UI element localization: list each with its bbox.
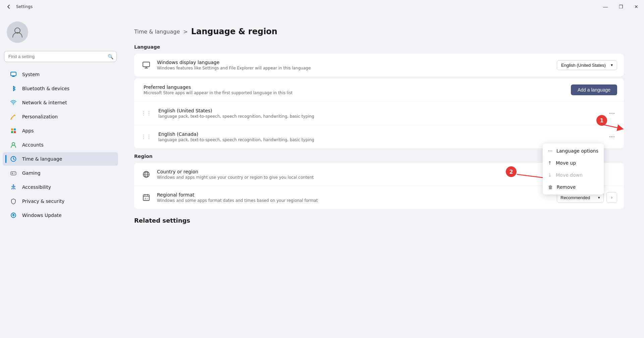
regional-format-title: Regional format — [157, 192, 551, 198]
back-button[interactable] — [4, 2, 13, 11]
sidebar-item-accessibility[interactable]: Accessibility — [3, 180, 118, 194]
language-row-en-us: ⋮⋮ English (United States) language pack… — [134, 102, 624, 125]
sidebar-item-label: Personalization — [22, 114, 58, 119]
sidebar-item-label: Bluetooth & devices — [22, 86, 69, 91]
dots-icon: ··· — [548, 148, 552, 154]
windows-display-subtitle: Windows features like Settings and File … — [157, 66, 551, 70]
app-title: Settings — [16, 4, 33, 9]
sidebar-item-privacy[interactable]: Privacy & security — [3, 194, 118, 208]
sidebar-item-system[interactable]: System — [3, 68, 118, 81]
en-ca-detail: language pack, text-to-speech, speech re… — [158, 137, 602, 142]
context-menu-move-up[interactable]: ↑ Move up — [543, 157, 604, 169]
titlebar: Settings — ❐ ✕ — [0, 0, 644, 13]
chevron-down-icon: ▾ — [598, 195, 600, 200]
context-menu-language-options[interactable]: ··· Language options — [543, 145, 604, 157]
trash-icon: 🗑 — [548, 184, 553, 190]
windows-display-language-text: Windows display language Windows feature… — [157, 60, 551, 70]
svg-rect-1 — [11, 72, 16, 76]
svg-rect-5 — [11, 131, 13, 133]
sidebar-item-bluetooth[interactable]: Bluetooth & devices — [3, 82, 118, 95]
add-language-button[interactable]: Add a language — [571, 84, 617, 95]
close-button[interactable]: ✕ — [629, 0, 644, 13]
preferred-languages-card: Preferred languages Microsoft Store apps… — [134, 78, 624, 148]
sidebar-item-apps[interactable]: Apps — [3, 124, 118, 137]
search-box: 🔍 — [4, 51, 117, 62]
drag-handle[interactable]: ⋮⋮ — [141, 110, 152, 116]
chevron-right-icon: › — [611, 195, 612, 200]
monitor-icon — [141, 60, 152, 70]
svg-point-7 — [12, 143, 15, 145]
down-arrow-icon: ↓ — [548, 172, 552, 178]
related-settings-title: Related settings — [134, 217, 624, 224]
update-icon — [9, 211, 17, 219]
breadcrumb-separator: > — [183, 29, 187, 35]
regional-format-text: Regional format Windows and some apps fo… — [157, 192, 551, 203]
context-menu-remove[interactable]: 🗑 Remove — [543, 181, 604, 193]
sidebar-item-windows-update[interactable]: Windows Update — [3, 209, 118, 222]
display-language-dropdown[interactable]: English (United States) ▾ — [557, 60, 617, 70]
windows-display-language-card: Windows display language Windows feature… — [134, 54, 624, 76]
network-icon — [9, 99, 17, 107]
en-ca-more-button[interactable]: ··· — [607, 131, 617, 142]
sidebar-item-network[interactable]: Network & internet — [3, 96, 118, 109]
breadcrumb-parent: Time & language — [134, 29, 180, 35]
sidebar-item-label: System — [22, 72, 40, 77]
sidebar-item-accounts[interactable]: Accounts — [3, 138, 118, 152]
app-body: 🔍 System Bluetooth & devices — [0, 13, 644, 338]
context-menu-move-down: ↓ Move down — [543, 169, 604, 181]
language-section-title: Language — [134, 44, 624, 50]
globe-icon — [141, 169, 152, 180]
chevron-down-icon: ▾ — [611, 63, 613, 67]
svg-point-12 — [13, 184, 14, 186]
minimize-button[interactable]: — — [598, 0, 613, 13]
preferred-languages-row: Preferred languages Microsoft Store apps… — [134, 78, 624, 102]
game-icon — [9, 169, 17, 177]
preferred-languages-subtitle: Microsoft Store apps will appear in the … — [144, 91, 566, 95]
sidebar-item-label: Time & language — [22, 156, 62, 162]
svg-point-10 — [14, 173, 15, 174]
clock-icon — [9, 155, 17, 163]
svg-point-2 — [13, 104, 14, 105]
svg-rect-14 — [143, 62, 150, 67]
bluetooth-icon — [9, 84, 17, 93]
accessibility-icon — [9, 183, 17, 191]
maximize-button[interactable]: ❐ — [613, 0, 629, 13]
preferred-languages-title: Preferred languages — [144, 84, 566, 90]
windows-display-title: Windows display language — [157, 60, 551, 65]
svg-rect-3 — [11, 128, 13, 130]
svg-text:A→: A→ — [145, 198, 148, 200]
sidebar-item-gaming[interactable]: Gaming — [3, 166, 118, 180]
svg-rect-6 — [14, 131, 16, 133]
sidebar-item-label: Accessibility — [22, 184, 51, 190]
accounts-icon — [9, 141, 17, 149]
shield-icon — [9, 197, 17, 205]
windows-display-language-row: Windows display language Windows feature… — [134, 54, 624, 76]
sidebar-item-personalization[interactable]: Personalization — [3, 110, 118, 123]
en-us-more-button[interactable]: ··· — [607, 108, 617, 119]
user-avatar[interactable] — [7, 21, 28, 43]
en-ca-text: English (Canada) language pack, text-to-… — [158, 131, 602, 142]
en-us-text: English (United States) language pack, t… — [158, 108, 602, 119]
preferred-languages-text: Preferred languages Microsoft Store apps… — [141, 84, 566, 95]
windows-display-action: English (United States) ▾ — [557, 60, 617, 70]
en-us-detail: language pack, text-to-speech, speech re… — [158, 114, 602, 119]
svg-point-11 — [15, 173, 15, 173]
drag-handle-ca[interactable]: ⋮⋮ — [141, 133, 152, 140]
sidebar-item-label: Apps — [22, 128, 34, 133]
context-menu: ··· Language options ↑ Move up ↓ Move do… — [543, 144, 604, 194]
sidebar-item-label: Accounts — [22, 142, 44, 148]
expand-format-button[interactable]: › — [606, 192, 617, 203]
svg-line-15 — [602, 124, 621, 128]
sidebar-item-label: Network & internet — [22, 100, 67, 105]
search-input[interactable] — [4, 51, 117, 62]
sidebar-item-label: Windows Update — [22, 213, 62, 218]
search-icon: 🔍 — [108, 54, 113, 59]
calendar-icon: A→ — [141, 192, 152, 203]
breadcrumb-current: Language & region — [191, 27, 277, 36]
breadcrumb: Time & language > Language & region — [134, 27, 624, 36]
sidebar-item-time-language[interactable]: Time & language — [3, 152, 118, 166]
sidebar: 🔍 System Bluetooth & devices — [0, 13, 121, 338]
brush-icon — [9, 113, 17, 121]
svg-rect-4 — [14, 128, 16, 130]
main-content: Time & language > Language & region Lang… — [121, 13, 644, 338]
